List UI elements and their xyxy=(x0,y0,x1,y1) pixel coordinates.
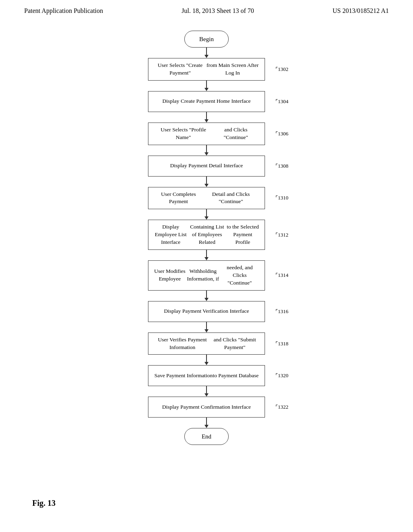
node-box-step1310: User Completes PaymentDetail and Clicks … xyxy=(148,187,265,210)
flow-arrow xyxy=(204,209,209,220)
node-box-step1320: Save Payment Informationto Payment Datab… xyxy=(148,365,265,386)
node-label-step1320: ⌜1320 xyxy=(275,372,288,379)
flow-node-step1310: User Completes PaymentDetail and Clicks … xyxy=(148,187,265,210)
node-box-end: End xyxy=(184,428,229,445)
node-box-begin: Begin xyxy=(184,31,229,48)
node-label-step1308: ⌜1308 xyxy=(275,163,288,169)
flow-arrow xyxy=(204,418,209,428)
flow-arrow xyxy=(204,81,209,91)
flow-node-step1322: Display Payment Confirmation Interface⌜1… xyxy=(148,397,265,418)
node-label-step1316: ⌜1316 xyxy=(275,308,288,315)
flow-arrow xyxy=(204,322,209,332)
node-box-step1322: Display Payment Confirmation Interface xyxy=(148,397,265,418)
node-box-step1318: User Verifies Payment Informationand Cli… xyxy=(148,332,265,355)
flow-arrow xyxy=(204,177,209,187)
flow-node-step1314: User Modifies EmployeeWithholding Inform… xyxy=(148,260,265,291)
flow-node-step1318: User Verifies Payment Informationand Cli… xyxy=(148,332,265,355)
header-right: US 2013/0185212 A1 xyxy=(332,7,389,15)
node-label-step1322: ⌜1322 xyxy=(275,404,288,410)
flowchart: BeginUser Selects "Create Payment"from M… xyxy=(0,15,413,445)
node-label-step1310: ⌜1310 xyxy=(275,195,288,201)
node-box-step1306: User Selects "Profile Name"and Clicks "C… xyxy=(148,123,265,145)
node-label-step1304: ⌜1304 xyxy=(275,98,288,105)
flow-arrow xyxy=(204,145,209,156)
flow-node-step1316: Display Payment Verification Interface⌜1… xyxy=(148,301,265,322)
node-box-step1304: Display Create Payment Home Interface xyxy=(148,91,265,112)
flow-arrow xyxy=(204,250,209,260)
node-label-step1314: ⌜1314 xyxy=(275,272,288,278)
flow-arrow xyxy=(204,386,209,397)
flow-arrow xyxy=(204,291,209,301)
node-box-step1302: User Selects "Create Payment"from Main S… xyxy=(148,58,265,81)
node-label-step1306: ⌜1306 xyxy=(275,131,288,137)
flow-node-end: End xyxy=(184,428,229,445)
flow-node-step1306: User Selects "Profile Name"and Clicks "C… xyxy=(148,123,265,145)
flow-node-step1304: Display Create Payment Home Interface⌜13… xyxy=(148,91,265,112)
node-label-step1312: ⌜1312 xyxy=(275,232,288,238)
header-left: Patent Application Publication xyxy=(24,7,103,15)
flow-arrow xyxy=(204,48,209,58)
node-box-step1308: Display Payment Detail Interface xyxy=(148,156,265,177)
header-center: Jul. 18, 2013 Sheet 13 of 70 xyxy=(181,7,254,15)
page-header: Patent Application Publication Jul. 18, … xyxy=(0,0,413,15)
flow-node-step1308: Display Payment Detail Interface⌜1308 xyxy=(148,156,265,177)
node-label-step1302: ⌜1302 xyxy=(275,66,288,73)
flow-arrow xyxy=(204,112,209,123)
flow-node-begin: Begin xyxy=(184,31,229,48)
figure-label: Fig. 13 xyxy=(32,499,56,508)
flow-node-step1312: Display Employee List InterfaceContainin… xyxy=(148,220,265,250)
node-box-step1312: Display Employee List InterfaceContainin… xyxy=(148,220,265,250)
flow-node-step1320: Save Payment Informationto Payment Datab… xyxy=(148,365,265,386)
node-box-step1314: User Modifies EmployeeWithholding Inform… xyxy=(148,260,265,291)
flow-arrow xyxy=(204,355,209,365)
flow-node-step1302: User Selects "Create Payment"from Main S… xyxy=(148,58,265,81)
node-box-step1316: Display Payment Verification Interface xyxy=(148,301,265,322)
node-label-step1318: ⌜1318 xyxy=(275,341,288,347)
